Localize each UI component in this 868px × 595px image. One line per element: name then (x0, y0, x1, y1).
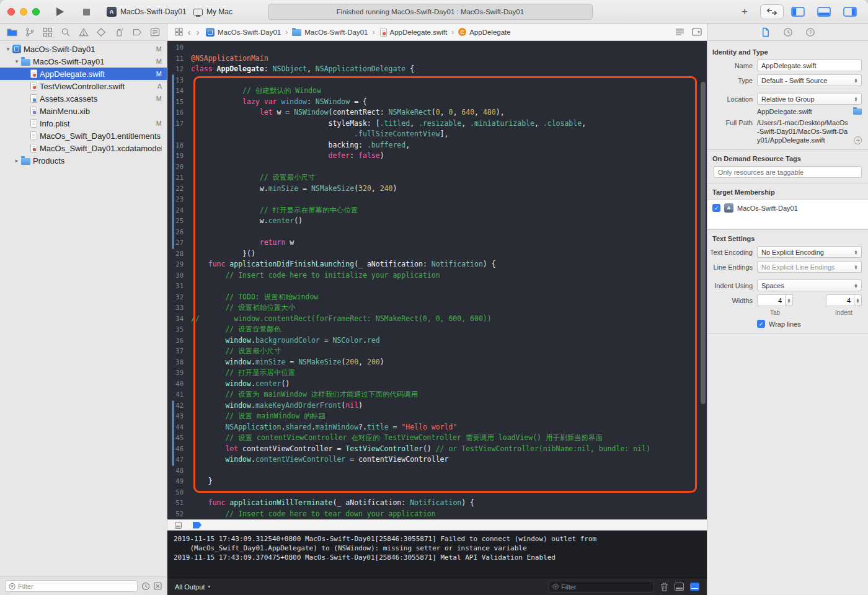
go-forward-button[interactable]: › (193, 27, 202, 37)
navigator-item[interactable]: AppDelegate.swiftM (0, 68, 167, 80)
type-popup[interactable]: Default - Swift Source ▲▼ (757, 74, 862, 86)
destination-selector[interactable]: My Mac (193, 5, 232, 19)
code-line[interactable]: 15 lazy var window: NSWindow = { (172, 97, 707, 108)
code-line[interactable]: 14 // 创建默认的 Window (172, 86, 707, 97)
code-line[interactable]: 33 // 设置初始位置大小 (172, 302, 707, 314)
go-back-button[interactable]: ‹ (185, 27, 193, 37)
target-membership-row[interactable]: ✓ A MacOs-Swift-Day01 (712, 203, 863, 213)
code-line[interactable]: 47 window.contentViewController = conten… (172, 454, 707, 465)
text-encoding-popup[interactable]: No Explicit Encoding ▲▼ (757, 246, 862, 258)
history-inspector-icon[interactable] (783, 27, 793, 37)
code-line[interactable]: 28 }() (172, 249, 707, 260)
line-endings-popup[interactable]: No Explicit Line Endings ▲▼ (757, 261, 862, 273)
navigator-item[interactable]: ▾MacOs-Swift-Day01M (0, 43, 167, 55)
code-line[interactable]: 11@NSApplicationMain (172, 53, 707, 64)
toggle-navigator-button[interactable] (789, 6, 807, 18)
console-filter-field[interactable] (549, 581, 654, 593)
wrap-lines-checkbox[interactable]: ✓ (757, 320, 765, 328)
console-filter-input[interactable] (561, 583, 650, 591)
zoom-window-button[interactable] (32, 8, 40, 15)
code-line[interactable]: 30 // Insert code here to initialize you… (172, 270, 707, 281)
resource-tags-field[interactable] (714, 166, 862, 178)
code-line[interactable]: 31 (172, 281, 707, 292)
scheme-selector[interactable]: A MacOs-Swift-Day01 (107, 5, 187, 19)
code-review-button[interactable] (760, 4, 784, 19)
name-field[interactable] (757, 60, 862, 71)
disclosure-triangle[interactable]: ▾ (12, 58, 21, 64)
navigator-item[interactable]: MacOs_Swift_Day01.xcdatamodeld (0, 142, 167, 154)
debug-navigator-icon[interactable] (113, 27, 125, 37)
quick-help-inspector-icon[interactable]: ? (805, 27, 815, 37)
code-line[interactable]: 38 window.minSize = NSMakeSize(200, 200) (172, 357, 707, 368)
file-inspector-icon[interactable] (761, 27, 771, 37)
code-line[interactable]: 46 let contentViewController = TestViewC… (172, 444, 707, 455)
code-line[interactable]: 44 NSApplication.shared.mainWindow?.titl… (172, 422, 707, 433)
code-line[interactable]: 10 (172, 42, 707, 53)
report-navigator-icon[interactable] (149, 27, 161, 37)
navigator-item[interactable]: Info.plistM (0, 117, 167, 130)
close-window-button[interactable] (7, 8, 15, 15)
breadcrumb-item[interactable]: MacOs-Swift-Day01 (206, 28, 281, 37)
source-change-bar[interactable] (172, 74, 174, 249)
code-line[interactable]: 35 // 设置背景颜色 (172, 324, 707, 335)
source-control-status-filter-icon[interactable] (154, 582, 162, 590)
reveal-in-finder-arrow-icon[interactable]: ➔ (854, 136, 862, 144)
code-line[interactable]: 40 window.center() (172, 379, 707, 390)
code-line[interactable]: 26 (172, 227, 707, 238)
tab-width-stepper[interactable]: ▲▼ (786, 294, 793, 306)
project-navigator-icon[interactable] (6, 27, 17, 37)
target-checkbox[interactable]: ✓ (712, 204, 720, 212)
toggle-debug-area-button[interactable] (815, 6, 833, 18)
code-line[interactable]: 36 window.backgroundColor = NSColor.red (172, 335, 707, 346)
code-line[interactable]: 24 // 打开显示在屏幕的中心位置 (172, 205, 707, 216)
code-line[interactable]: 23 (172, 194, 707, 205)
code-line[interactable]: 12class AppDelegate: NSObject, NSApplica… (172, 64, 707, 75)
code-line[interactable]: 18 backing: .buffered, (172, 140, 707, 151)
find-navigator-icon[interactable] (60, 27, 71, 37)
editor-scrollbar-thumb[interactable] (701, 82, 706, 404)
code-line[interactable]: 43 // 设置 mainWindow 的标题 (172, 411, 707, 422)
code-line[interactable]: 39 // 打开显示居中位置 (172, 368, 707, 379)
library-add-button[interactable]: + (737, 6, 753, 18)
adjust-editor-options-icon[interactable] (675, 28, 684, 36)
code-line[interactable]: 25 w.center() (172, 216, 707, 227)
code-line[interactable]: 45 // 设置 contentViewController 在对应的 Test… (172, 433, 707, 444)
toggle-inspectors-button[interactable] (841, 6, 859, 18)
add-editor-icon[interactable] (692, 28, 702, 36)
code-line[interactable]: 17 styleMask: [.titled, .resizable, .min… (172, 118, 707, 140)
code-line[interactable]: 52 // Insert code here to tear down your… (172, 509, 707, 520)
stop-button[interactable] (77, 4, 95, 19)
navigator-item[interactable]: ▸Products (0, 154, 167, 167)
navigator-item[interactable]: TestViewController.swiftA (0, 80, 167, 92)
disclosure-triangle[interactable]: ▾ (4, 46, 12, 52)
navigator-filter-field[interactable] (5, 580, 138, 592)
navigator-item[interactable]: ▾MacOs-Swift-Day01M (0, 55, 167, 68)
console-pane-toggle-icon[interactable] (690, 583, 699, 591)
console-scope-selector[interactable]: All Output ▾ (175, 583, 210, 591)
code-line[interactable]: 19 defer: false) (172, 151, 707, 162)
tab-width-field[interactable] (757, 294, 786, 306)
variables-view-toggle-icon[interactable] (175, 522, 182, 529)
code-line[interactable]: 42 window.makeKeyAndOrderFront(nil) (172, 400, 707, 412)
code-line[interactable]: 20 (172, 162, 707, 173)
code-line[interactable]: 49 } (172, 476, 707, 487)
minimize-window-button[interactable] (20, 8, 27, 15)
navigator-item[interactable]: MacOs_Swift_Day01.entitlements (0, 130, 167, 142)
breadcrumb-item[interactable]: MacOs-Swift-Day01 (292, 28, 368, 36)
source-editor[interactable]: 1011@NSApplicationMain12class AppDelegat… (167, 41, 707, 519)
code-line[interactable]: 34// window.contentRect(forFrameRect: NS… (172, 314, 707, 325)
code-line[interactable]: 16 let w = NSWindow(contentRect: NSMakeR… (172, 107, 707, 118)
variables-pane-toggle-icon[interactable] (675, 583, 684, 591)
breakpoint-navigator-icon[interactable] (131, 27, 143, 37)
code-line[interactable]: 22 w.minSize = NSMakeSize(320, 240) (172, 183, 707, 195)
symbol-navigator-icon[interactable] (42, 27, 53, 37)
choose-location-folder-icon[interactable] (853, 108, 862, 115)
navigator-item[interactable]: MainMenu.xib (0, 105, 167, 117)
code-line[interactable]: 32 // TODO: 设置初始window (172, 292, 707, 303)
run-button[interactable] (51, 4, 69, 19)
navigator-filter-input[interactable] (18, 583, 134, 590)
issue-navigator-icon[interactable] (78, 27, 89, 37)
code-line[interactable]: 50 (172, 487, 707, 498)
code-line[interactable]: 41 // 设置为 mainWindow 这样我们才能通过下面的代码调用 (172, 389, 707, 400)
code-line[interactable]: 51 func applicationWillTerminate(_ aNoti… (172, 498, 707, 509)
